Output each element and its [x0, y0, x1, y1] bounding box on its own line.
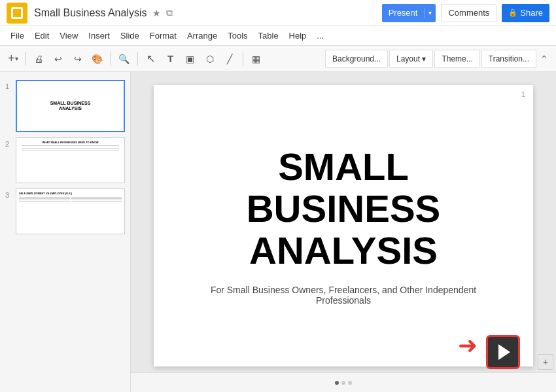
transition-button[interactable]: Transition...	[481, 50, 536, 68]
sidebar-action-button[interactable]: +	[538, 354, 553, 370]
slide-dot-2[interactable]	[341, 381, 345, 385]
toolbar-separator-3	[137, 52, 138, 65]
slide-image-3: SELF-EMPLOYMENT VS EMPLOYEE (U.S.)	[16, 188, 125, 234]
slide-number-2: 2	[5, 140, 16, 148]
title-bar: Small Business Analysis ★ ⧉ Present ▾ Co…	[0, 0, 556, 26]
image-tool-button[interactable]: ▣	[181, 50, 200, 68]
canvas-area: 1 SMALL BUSINESS ANALYSIS For Small Busi…	[131, 72, 556, 392]
menu-edit[interactable]: Edit	[29, 26, 54, 46]
menu-view[interactable]: View	[54, 26, 83, 46]
text-tool-button[interactable]: T	[162, 50, 180, 68]
video-play-button[interactable]	[486, 335, 520, 369]
play-icon	[498, 344, 510, 360]
star-icon[interactable]: ★	[152, 8, 161, 18]
share-button[interactable]: 🔒 Share	[502, 4, 549, 22]
toolbar: + ▾ 🖨 ↩ ↪ 🎨 🔍 ↖ T ▣ ⬡ ╱ ▦ Background... …	[0, 46, 556, 72]
present-dropdown-arrow[interactable]: ▾	[425, 9, 436, 16]
menu-tools[interactable]: Tools	[222, 26, 252, 46]
slide-subtitle: For Small Business Owners, Freelancers, …	[206, 285, 481, 306]
menu-format[interactable]: Format	[145, 26, 182, 46]
bottom-bar	[131, 372, 556, 392]
menu-file[interactable]: File	[5, 26, 29, 46]
slide-page-number: 1	[521, 90, 525, 98]
main-layout: 1 SMALL BUSINESSANALYSIS 2 WHAT SMALL BU…	[0, 72, 556, 392]
slide-thumbnail-1[interactable]: 1 SMALL BUSINESSANALYSIS	[0, 77, 130, 135]
layout-grid-button[interactable]: ▦	[247, 50, 266, 68]
paint-format-button[interactable]: 🎨	[88, 50, 107, 68]
layout-button[interactable]: Layout ▾	[389, 50, 433, 68]
menu-slide[interactable]: Slide	[115, 26, 145, 46]
undo-button[interactable]: ↩	[49, 50, 67, 68]
right-sidebar: +	[535, 351, 556, 372]
red-arrow-icon: ➜	[458, 332, 478, 359]
slide-3-thumbnail-title: SELF-EMPLOYMENT VS EMPLOYEE (U.S.)	[19, 192, 122, 195]
slide-canvas: 1 SMALL BUSINESS ANALYSIS For Small Busi…	[154, 85, 533, 366]
red-arrow-overlay: ➜	[458, 332, 478, 359]
document-title: Small Business Analysis	[34, 7, 147, 19]
slide-image-1: SMALL BUSINESSANALYSIS	[16, 80, 125, 132]
menu-bar: File Edit View Insert Slide Format Arran…	[0, 26, 556, 46]
collapse-toolbar-icon[interactable]: ⌃	[538, 54, 551, 64]
share-label: Share	[520, 8, 543, 18]
slide-panel: 1 SMALL BUSINESSANALYSIS 2 WHAT SMALL BU…	[0, 72, 131, 392]
slide-dot-3[interactable]	[348, 381, 352, 385]
slide-number-3: 3	[5, 191, 16, 199]
print-button[interactable]: 🖨	[29, 50, 48, 68]
header-buttons: Present ▾ Comments 🔒 Share	[382, 4, 549, 22]
slide-1-thumbnail-title: SMALL BUSINESSANALYSIS	[50, 101, 91, 112]
cursor-tool-button[interactable]: ↖	[142, 50, 160, 68]
slide-dot-1[interactable]	[335, 381, 339, 385]
zoom-button[interactable]: 🔍	[115, 50, 133, 68]
line-tool-button[interactable]: ╱	[220, 50, 239, 68]
theme-button[interactable]: Theme...	[434, 50, 479, 68]
background-button[interactable]: Background...	[325, 50, 388, 68]
toolbar-separator-1	[25, 52, 26, 65]
slide-title-line2: ANALYSIS	[180, 230, 507, 272]
add-arrow-icon: ▾	[15, 55, 18, 62]
lock-icon: 🔒	[508, 9, 517, 17]
present-button[interactable]: Present ▾	[382, 4, 436, 22]
add-button[interactable]: + ▾	[5, 50, 21, 68]
add-icon: +	[8, 52, 15, 65]
shape-tool-button[interactable]: ⬡	[201, 50, 219, 68]
folder-icon[interactable]: ⧉	[166, 7, 173, 18]
menu-insert[interactable]: Insert	[83, 26, 115, 46]
menu-table[interactable]: Table	[253, 26, 284, 46]
slide-thumbnail-2[interactable]: 2 WHAT SMALL BUSINESSES NEED TO KNOW	[0, 135, 130, 186]
slide-2-thumbnail-title: WHAT SMALL BUSINESSES NEED TO KNOW	[19, 141, 122, 144]
menu-help[interactable]: Help	[284, 26, 312, 46]
app-icon	[7, 3, 27, 24]
toolbar-separator-4	[243, 52, 243, 65]
slide-thumbnail-3[interactable]: 3 SELF-EMPLOYMENT VS EMPLOYEE (U.S.)	[0, 186, 130, 237]
slide-image-2: WHAT SMALL BUSINESSES NEED TO KNOW	[16, 137, 125, 183]
menu-arrange[interactable]: Arrange	[182, 26, 222, 46]
menu-more[interactable]: ...	[311, 26, 329, 46]
slide-number-1: 1	[5, 82, 16, 90]
present-label[interactable]: Present	[382, 8, 425, 18]
slide-main-title: SMALL BUSINESS ANALYSIS	[180, 146, 507, 271]
comments-button[interactable]: Comments	[441, 4, 496, 22]
slide-title-line1: SMALL BUSINESS	[180, 146, 507, 230]
redo-button[interactable]: ↪	[69, 50, 87, 68]
toolbar-separator-2	[111, 52, 111, 65]
